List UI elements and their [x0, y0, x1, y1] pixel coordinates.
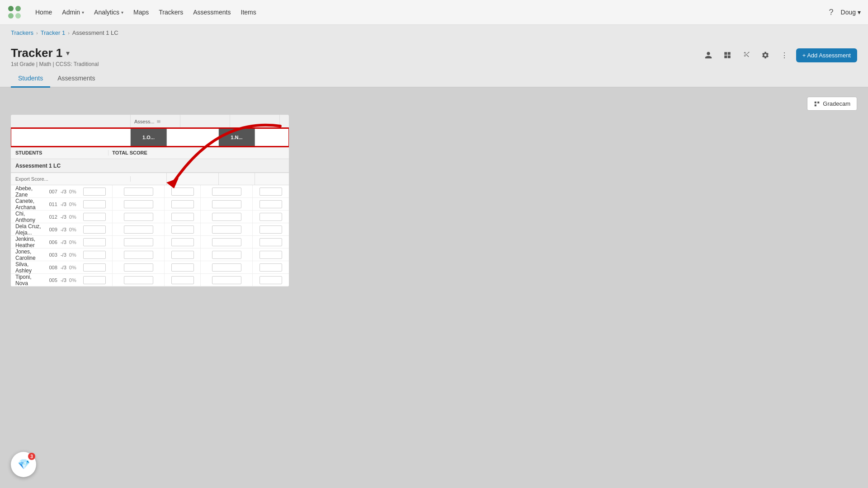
score-input-4[interactable] [212, 238, 241, 246]
more-options-btn[interactable]: ⋮ [777, 48, 792, 62]
export-cell-4 [255, 173, 289, 185]
score-input-5[interactable] [259, 263, 282, 272]
nav-analytics[interactable]: Analytics ▾ [90, 6, 128, 19]
assessment-name-row: Assessment 1 LC [11, 159, 289, 173]
score-input-1[interactable] [83, 225, 106, 234]
score-input-5[interactable] [259, 238, 282, 246]
student-name: Tiponi, Nova [11, 274, 49, 286]
data-cell-4 [201, 198, 253, 211]
scissors-icon-btn[interactable] [739, 48, 754, 62]
score-input-1[interactable] [83, 251, 106, 259]
main-nav: Home Admin ▾ Analytics ▾ Maps Trackers A… [31, 6, 261, 19]
score-input-2[interactable] [124, 200, 153, 208]
data-cell-3 [165, 236, 201, 249]
score-input-4[interactable] [212, 188, 241, 196]
score-input-4[interactable] [212, 263, 241, 272]
tab-students[interactable]: Students [11, 70, 50, 88]
score-input-2[interactable] [124, 251, 153, 259]
page-title-dropdown[interactable]: ▾ [66, 49, 70, 57]
data-cell-5 [253, 185, 289, 198]
nav-trackers[interactable]: Trackers [154, 6, 188, 19]
score-input-3[interactable] [171, 238, 194, 246]
dark-col-1[interactable]: 1.O... [131, 128, 167, 146]
student-pct: 0% [68, 214, 76, 220]
score-input-4[interactable] [212, 213, 241, 221]
data-cell-3 [165, 223, 201, 236]
score-input-4[interactable] [212, 251, 241, 259]
student-name: Silva, Ashley [11, 261, 49, 274]
data-cell-4 [201, 249, 253, 261]
svg-rect-5 [817, 101, 819, 103]
nav-admin[interactable]: Admin ▾ [57, 6, 89, 19]
score-input-2[interactable] [124, 188, 153, 196]
score-input-2[interactable] [124, 276, 153, 284]
score-input-5[interactable] [259, 213, 282, 221]
table-row: Canete, Archana 011 -/3 0% [11, 198, 289, 211]
score-input-4[interactable] [212, 276, 241, 284]
data-cell-5 [253, 223, 289, 236]
student-data-cells [76, 236, 289, 249]
add-assessment-button[interactable]: + Add Assessment [796, 48, 857, 62]
score-input-3[interactable] [171, 213, 194, 221]
score-input-3[interactable] [171, 276, 194, 284]
svg-point-2 [8, 13, 14, 19]
score-input-5[interactable] [259, 276, 282, 284]
score-input-4[interactable] [212, 200, 241, 208]
page-title-row: Tracker 1 ▾ [11, 46, 99, 60]
score-input-1[interactable] [83, 263, 106, 272]
settings-icon-btn[interactable] [758, 48, 773, 62]
breadcrumb-trackers[interactable]: Trackers [11, 29, 33, 36]
score-input-1[interactable] [83, 238, 106, 246]
student-name: Dela Cruz, Aleja... [11, 223, 49, 236]
score-input-1[interactable] [83, 188, 106, 196]
dark-col-2[interactable]: 1.N... [219, 128, 255, 146]
data-cell-4 [201, 236, 253, 249]
user-chevron: ▾ [858, 9, 861, 16]
export-score-label: Export Score... [11, 176, 131, 182]
grid-icon-btn[interactable] [720, 48, 735, 62]
score-input-4[interactable] [212, 225, 241, 234]
data-cell-3 [165, 274, 201, 286]
data-cell-5 [253, 236, 289, 249]
svg-point-1 [15, 6, 21, 11]
score-input-1[interactable] [83, 276, 106, 284]
gradecam-button[interactable]: Gradecam [807, 97, 857, 111]
data-cell-5 [253, 249, 289, 261]
score-input-5[interactable] [259, 225, 282, 234]
user-menu[interactable]: Doug ▾ [841, 9, 861, 16]
score-input-1[interactable] [83, 213, 106, 221]
student-num: 012 [49, 214, 57, 220]
breadcrumb-tracker1[interactable]: Tracker 1 [41, 29, 65, 36]
score-input-1[interactable] [83, 200, 106, 208]
data-cell-5 [253, 261, 289, 274]
score-input-3[interactable] [171, 188, 194, 196]
tab-assessments[interactable]: Assessments [50, 70, 102, 88]
score-input-3[interactable] [171, 263, 194, 272]
data-cell-3 [165, 211, 201, 223]
score-input-2[interactable] [124, 263, 153, 272]
data-cell-1 [76, 249, 113, 261]
score-input-2[interactable] [124, 213, 153, 221]
score-input-2[interactable] [124, 225, 153, 234]
notification-widget[interactable]: 3 💎 [11, 452, 36, 477]
score-input-5[interactable] [259, 200, 282, 208]
svg-rect-6 [815, 104, 816, 106]
student-num: 007 [49, 189, 57, 194]
left-panel-header [11, 115, 131, 128]
student-score: -/3 [57, 252, 68, 258]
header-actions: ⋮ + Add Assessment [701, 48, 857, 62]
nav-items[interactable]: Items [236, 6, 261, 19]
nav-maps[interactable]: Maps [129, 6, 153, 19]
person-icon-btn[interactable] [701, 48, 716, 62]
score-input-3[interactable] [171, 225, 194, 234]
help-icon[interactable]: ? [829, 8, 834, 17]
data-cell-2 [113, 211, 165, 223]
score-input-5[interactable] [259, 251, 282, 259]
column-header-row: 1.O... 1.N... 1.N... [11, 128, 289, 146]
score-input-3[interactable] [171, 251, 194, 259]
score-input-2[interactable] [124, 238, 153, 246]
nav-assessments[interactable]: Assessments [189, 6, 235, 19]
nav-home[interactable]: Home [31, 6, 57, 19]
score-input-3[interactable] [171, 200, 194, 208]
score-input-5[interactable] [259, 188, 282, 196]
